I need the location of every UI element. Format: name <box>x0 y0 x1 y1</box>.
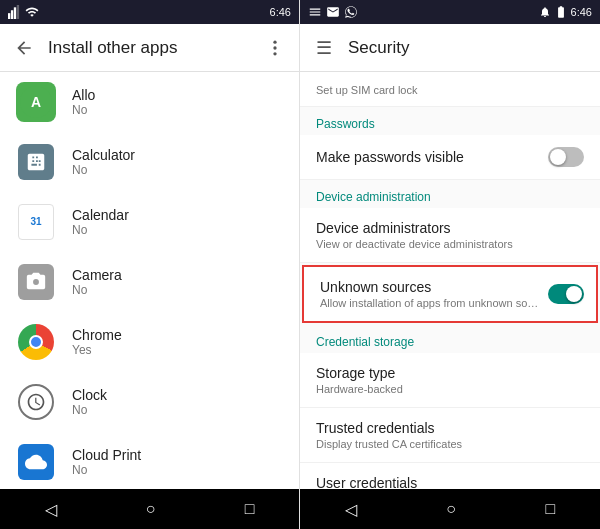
app-status: No <box>72 283 122 297</box>
app-info: Clock No <box>72 387 107 417</box>
app-icon-cloudprint <box>16 442 56 482</box>
svg-rect-3 <box>17 5 19 19</box>
make-passwords-text: Make passwords visible <box>316 149 540 165</box>
right-panel: 6:46 ☰ Security Set up SIM card lock Pas… <box>300 0 600 529</box>
scroll-hint-subtitle: Set up SIM card lock <box>316 84 418 96</box>
list-item[interactable]: Chrome Yes <box>0 312 299 372</box>
app-info: Calculator No <box>72 147 135 177</box>
svg-point-6 <box>273 52 276 55</box>
svg-point-5 <box>273 46 276 49</box>
left-nav-bar: ◁ ○ □ <box>0 489 299 529</box>
app-name: Calculator <box>72 147 135 163</box>
unknown-sources-text: Unknown sources Allow installation of ap… <box>320 279 540 309</box>
device-admin-section-header: Device administration <box>300 180 600 208</box>
storage-type-text: Storage type Hardware-backed <box>316 365 584 395</box>
left-status-time: 6:46 <box>270 6 291 18</box>
app-name: Camera <box>72 267 122 283</box>
device-administrators-item[interactable]: Device administrators View or deactivate… <box>300 208 600 263</box>
unknown-sources-title: Unknown sources <box>320 279 540 295</box>
app-icon-calendar: 31 <box>16 202 56 242</box>
app-name: Calendar <box>72 207 129 223</box>
list-item[interactable]: 31 Calendar No <box>0 192 299 252</box>
app-icon-clock <box>16 382 56 422</box>
list-item[interactable]: Camera No <box>0 252 299 312</box>
mail-icon <box>326 5 340 19</box>
storage-type-item[interactable]: Storage type Hardware-backed <box>300 353 600 408</box>
make-passwords-toggle[interactable] <box>548 147 584 167</box>
app-info: Camera No <box>72 267 122 297</box>
hamburger-button[interactable]: ☰ <box>316 37 332 59</box>
battery-icon <box>554 5 568 19</box>
left-toolbar: Install other apps <box>0 24 299 72</box>
svg-rect-0 <box>8 13 10 19</box>
svg-rect-1 <box>11 10 13 19</box>
app-info: Chrome Yes <box>72 327 122 357</box>
app-name: Allo <box>72 87 95 103</box>
right-back-nav-button[interactable]: ◁ <box>321 492 381 527</box>
trusted-credentials-item[interactable]: Trusted credentials Display trusted CA c… <box>300 408 600 463</box>
unknown-sources-toggle[interactable] <box>548 284 584 304</box>
back-nav-button[interactable]: ◁ <box>21 492 81 527</box>
settings-list: Set up SIM card lock Passwords Make pass… <box>300 72 600 489</box>
right-nav-bar: ◁ ○ □ <box>300 489 600 529</box>
wifi-icon <box>25 5 39 19</box>
app-icon-chrome <box>16 322 56 362</box>
credential-storage-section-header: Credential storage <box>300 325 600 353</box>
app-status: No <box>72 163 135 177</box>
unknown-sources-subtitle: Allow installation of apps from unknown … <box>320 297 540 309</box>
list-item[interactable]: Clock No <box>0 372 299 432</box>
app-status: Yes <box>72 343 122 357</box>
more-options-button[interactable] <box>259 32 291 64</box>
make-passwords-title: Make passwords visible <box>316 149 540 165</box>
app-info: Cloud Print No <box>72 447 141 477</box>
user-credentials-item[interactable]: User credentials View and modify stored … <box>300 463 600 489</box>
home-nav-button[interactable]: ○ <box>122 492 180 526</box>
list-item[interactable]: Calculator No <box>0 132 299 192</box>
trusted-credentials-title: Trusted credentials <box>316 420 584 436</box>
app-status: No <box>72 103 95 117</box>
app-status: No <box>72 463 141 477</box>
right-status-time: 6:46 <box>571 6 592 18</box>
left-toolbar-title: Install other apps <box>48 38 251 58</box>
ring-icon <box>539 6 551 18</box>
back-button[interactable] <box>8 32 40 64</box>
right-recents-nav-button[interactable]: □ <box>522 492 580 526</box>
right-toolbar: ☰ Security <box>300 24 600 72</box>
right-home-nav-button[interactable]: ○ <box>422 492 480 526</box>
device-admin-subtitle: View or deactivate device administrators <box>316 238 584 250</box>
right-status-icons <box>308 5 358 19</box>
app-info: Allo No <box>72 87 95 117</box>
device-admin-text: Device administrators View or deactivate… <box>316 220 584 250</box>
app-icon-calculator <box>16 142 56 182</box>
svg-point-4 <box>273 40 276 43</box>
storage-type-subtitle: Hardware-backed <box>316 383 584 395</box>
left-status-bar: 6:46 <box>0 0 299 24</box>
scroll-hint-item[interactable]: Set up SIM card lock <box>300 72 600 107</box>
app-name: Clock <box>72 387 107 403</box>
app-icon-camera <box>16 262 56 302</box>
list-item[interactable]: Cloud Print No <box>0 432 299 489</box>
app-icon-allo: A <box>16 82 56 122</box>
svg-rect-2 <box>14 7 16 19</box>
unknown-sources-item[interactable]: Unknown sources Allow installation of ap… <box>302 265 598 323</box>
whatsapp-icon <box>344 5 358 19</box>
passwords-section-header: Passwords <box>300 107 600 135</box>
app-info: Calendar No <box>72 207 129 237</box>
left-status-icons <box>8 5 39 19</box>
signal-icon <box>8 5 22 19</box>
user-credentials-title: User credentials <box>316 475 584 489</box>
app-list: A Allo No Calculator No <box>0 72 299 489</box>
list-item[interactable]: A Allo No <box>0 72 299 132</box>
right-status-right: 6:46 <box>539 5 592 19</box>
left-panel: 6:46 Install other apps A Allo No <box>0 0 300 529</box>
right-status-bar: 6:46 <box>300 0 600 24</box>
trusted-credentials-subtitle: Display trusted CA certificates <box>316 438 584 450</box>
make-passwords-visible-item[interactable]: Make passwords visible <box>300 135 600 180</box>
storage-type-title: Storage type <box>316 365 584 381</box>
right-toolbar-title: Security <box>348 38 409 58</box>
recents-nav-button[interactable]: □ <box>221 492 279 526</box>
hamburger-status-icon <box>308 5 322 19</box>
app-name: Chrome <box>72 327 122 343</box>
app-status: No <box>72 403 107 417</box>
trusted-credentials-text: Trusted credentials Display trusted CA c… <box>316 420 584 450</box>
